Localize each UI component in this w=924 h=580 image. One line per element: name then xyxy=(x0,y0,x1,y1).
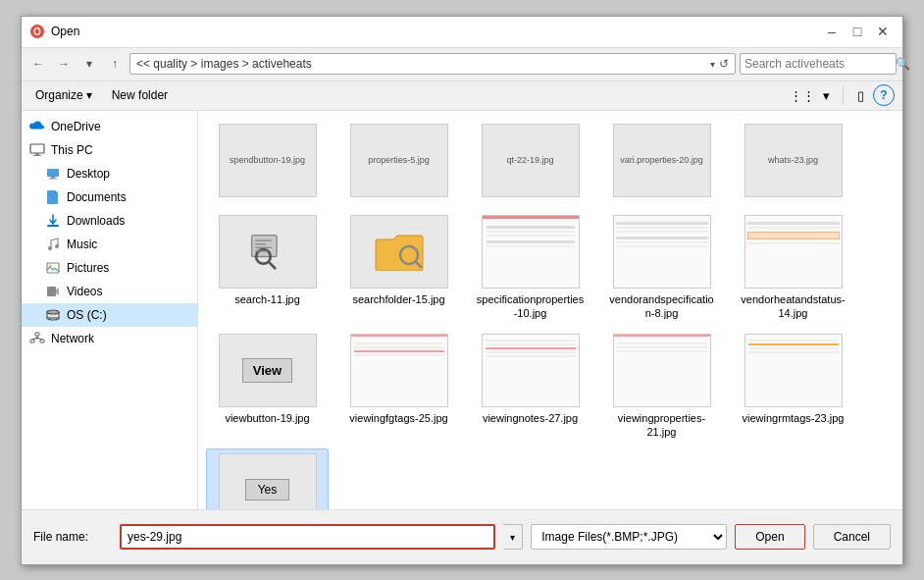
file-list-container: spendbutton-19.jpg properties-5.jpg qt-2… xyxy=(198,111,902,509)
sidebar-item-onedrive[interactable]: OneDrive xyxy=(22,115,197,138)
network-icon xyxy=(29,331,45,346)
file-item-viewbutton19[interactable]: View viewbutton-19.jpg xyxy=(206,329,329,445)
file-item-viewingprops21[interactable]: viewingproperties-21.jpg xyxy=(600,329,723,445)
picture-icon xyxy=(45,260,61,276)
search11-name: search-11.jpg xyxy=(234,292,300,306)
file-item-viewingnotes27[interactable]: viewingnotes-27.jpg xyxy=(469,329,591,445)
cancel-button[interactable]: Cancel xyxy=(813,524,891,550)
sidebar-item-osc[interactable]: OS (C:) xyxy=(22,303,197,327)
toolbar: Organize ▾ New folder ⋮⋮ ▾ ▯ ? xyxy=(22,81,902,111)
svg-point-16 xyxy=(47,310,59,314)
file-item-viewingrmtags23[interactable]: viewingrmtags-23.jpg xyxy=(732,329,854,445)
sidebar-item-music[interactable]: Music xyxy=(22,233,197,256)
file-item-searchfolder15[interactable]: searchfolder-15.jpg xyxy=(337,210,460,326)
maximize-button[interactable]: □ xyxy=(846,22,869,41)
vendor14-name: vendorheatandstatus-14.jpg xyxy=(740,292,847,321)
search-box[interactable]: 🔍 xyxy=(740,53,897,75)
file-item-viewingfgtags25[interactable]: viewingfgtags-25.jpg xyxy=(337,329,460,445)
file-thumbnail: whats-23.jpg xyxy=(744,124,843,197)
file-item-specprop10[interactable]: specificationproperties-10.jpg xyxy=(469,210,591,326)
svg-rect-2 xyxy=(30,144,44,153)
specprop10-thumbnail xyxy=(482,215,580,289)
minimize-button[interactable]: – xyxy=(820,22,844,41)
search-input[interactable] xyxy=(741,57,896,71)
sidebar-documents-label: Documents xyxy=(67,190,127,204)
sidebar-item-videos[interactable]: Videos xyxy=(22,280,197,303)
close-button[interactable]: ✕ xyxy=(871,22,895,41)
file-item-partial5[interactable]: whats-23.jpg xyxy=(732,119,854,206)
file-item-partial1[interactable]: spendbutton-19.jpg xyxy=(206,119,329,206)
open-button[interactable]: Open xyxy=(735,524,804,550)
new-folder-label: New folder xyxy=(112,88,168,102)
file-item-partial4[interactable]: vari.properties-20.jpg xyxy=(600,119,723,206)
vendor8-name: vendorandspecification-8.jpg xyxy=(608,292,716,321)
view-icons: ⋮⋮ ▾ ▯ ? xyxy=(792,84,895,106)
cloud-icon xyxy=(29,119,45,134)
sidebar-videos-label: Videos xyxy=(67,285,102,298)
sidebar-item-thispc[interactable]: This PC xyxy=(22,138,197,162)
searchfolder15-thumbnail xyxy=(350,215,448,289)
desktop-icon xyxy=(45,166,61,182)
search11-thumbnail xyxy=(219,215,317,289)
up-button[interactable]: ↑ xyxy=(104,53,126,75)
sidebar-item-pictures[interactable]: Pictures xyxy=(22,256,197,280)
view-toggle-button[interactable]: ⋮⋮ xyxy=(792,84,813,106)
separator xyxy=(843,86,844,104)
search-icon[interactable]: 🔍 xyxy=(896,54,910,74)
file-thumbnail: qt-22-19.jpg xyxy=(482,124,580,197)
searchfolder15-name: searchfolder-15.jpg xyxy=(352,292,444,306)
main-content: OneDrive This PC xyxy=(22,111,902,509)
sidebar-item-desktop[interactable]: Desktop xyxy=(22,162,197,185)
download-icon xyxy=(45,213,61,229)
filename-input[interactable] xyxy=(120,524,495,550)
back-button[interactable]: ← xyxy=(27,53,49,75)
forward-button[interactable]: → xyxy=(53,53,75,75)
sidebar-pictures-label: Pictures xyxy=(67,261,109,275)
file-item-partial3[interactable]: qt-22-19.jpg xyxy=(469,119,591,206)
file-item-partial2[interactable]: properties-5.jpg xyxy=(337,119,460,206)
sidebar-item-downloads[interactable]: Downloads xyxy=(22,209,197,233)
recent-button[interactable]: ▾ xyxy=(78,53,100,75)
vendor8-thumbnail xyxy=(613,215,711,289)
viewingnotes27-name: viewingnotes-27.jpg xyxy=(483,411,578,425)
sidebar-network-label: Network xyxy=(51,332,94,345)
organize-button[interactable]: Organize ▾ xyxy=(29,84,98,106)
viewingrmtags23-name: viewingrmtags-23.jpg xyxy=(743,411,845,425)
refresh-icon: ↺ xyxy=(719,57,729,71)
bottom-bar: File name: ▾ Image Files(*.BMP;*.JPG) Al… xyxy=(22,509,902,564)
file-item-search11[interactable]: search-11.jpg xyxy=(206,210,329,326)
viewingfgtags25-thumbnail xyxy=(350,334,448,407)
sidebar: OneDrive This PC xyxy=(22,111,198,509)
svg-rect-7 xyxy=(49,178,57,179)
preview-pane-button[interactable]: ▯ xyxy=(849,84,871,106)
organize-chevron-icon: ▾ xyxy=(86,88,92,102)
viewingfgtags25-name: viewingfgtags-25.jpg xyxy=(349,411,447,425)
file-item-vendor14[interactable]: vendorheatandstatus-14.jpg xyxy=(732,210,854,326)
address-bar-input[interactable]: << quality > images > activeheats ▾ ↺ xyxy=(129,53,736,75)
svg-text:O: O xyxy=(33,26,41,37)
filetype-select[interactable]: Image Files(*.BMP;*.JPG) All Files (*.*) xyxy=(531,524,727,550)
file-item-yes29[interactable]: Yes yes-29.jpg xyxy=(206,448,329,509)
svg-line-25 xyxy=(268,262,274,268)
address-bar: ← → ▾ ↑ << quality > images > activeheat… xyxy=(22,48,902,81)
svg-rect-5 xyxy=(47,169,59,177)
empty-slot2 xyxy=(863,210,902,326)
sidebar-thispc-label: This PC xyxy=(51,143,93,157)
file-item-vendor8[interactable]: vendorandspecification-8.jpg xyxy=(600,210,723,326)
viewingprops21-name: viewingproperties-21.jpg xyxy=(608,411,716,440)
view-dropdown-button[interactable]: ▾ xyxy=(815,84,837,106)
svg-rect-6 xyxy=(51,177,55,179)
document-icon xyxy=(45,189,61,205)
vendor14-thumbnail xyxy=(744,215,843,289)
sidebar-item-documents[interactable]: Documents xyxy=(22,185,197,209)
sidebar-item-network[interactable]: Network xyxy=(22,327,197,350)
organize-label: Organize xyxy=(35,88,83,102)
svg-rect-13 xyxy=(47,287,56,296)
help-button[interactable]: ? xyxy=(873,84,895,106)
viewbutton19-name: viewbutton-19.jpg xyxy=(225,411,309,425)
app-icon: O xyxy=(29,24,45,39)
new-folder-button[interactable]: New folder xyxy=(106,84,174,106)
viewingrmtags23-thumbnail xyxy=(744,334,843,407)
viewingprops21-thumbnail xyxy=(613,334,711,407)
filename-dropdown-icon[interactable]: ▾ xyxy=(503,524,523,550)
